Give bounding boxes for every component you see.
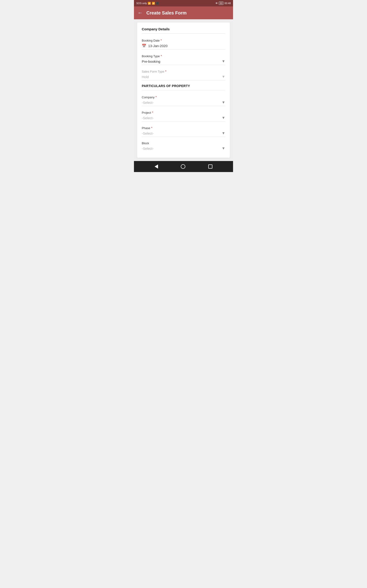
company-arrow-icon: ▼ xyxy=(222,100,225,104)
booking-date-label: Booking Date * xyxy=(142,39,225,42)
booking-date-required: * xyxy=(161,39,162,42)
project-placeholder: -Select- xyxy=(142,116,154,120)
sales-form-type-arrow-icon: ▼ xyxy=(222,75,225,79)
app-bar: ← Create Sales Form xyxy=(134,6,233,19)
eye-icon: 👁 xyxy=(215,2,218,5)
section-property-details: PARTICULARS OF PROPERTY xyxy=(142,84,225,90)
back-triangle-icon xyxy=(155,164,158,169)
back-nav-button[interactable] xyxy=(155,164,158,169)
sos-text: SOS only xyxy=(136,2,147,5)
company-field[interactable]: Company * -Select- ▼ xyxy=(142,92,225,106)
phase-arrow-icon: ▼ xyxy=(222,131,225,135)
company-required: * xyxy=(156,95,157,99)
sales-form-type-dropdown[interactable]: Hold ▼ xyxy=(142,75,225,79)
sales-form-type-value: Hold xyxy=(142,75,149,79)
booking-type-label: Booking Type * xyxy=(142,54,225,58)
form-card: Company Details Booking Date * 📅 13-Jan-… xyxy=(137,23,230,158)
block-field[interactable]: Block -Select- ▼ xyxy=(142,138,225,152)
phase-placeholder: -Select- xyxy=(142,131,154,135)
booking-type-arrow-icon: ▼ xyxy=(222,59,225,63)
home-nav-button[interactable] xyxy=(181,164,185,169)
company-dropdown[interactable]: -Select- ▼ xyxy=(142,100,225,104)
phase-dropdown[interactable]: -Select- ▼ xyxy=(142,131,225,135)
status-left: SOS only 📶 📶 ⬛ xyxy=(136,2,159,5)
time-display: 00:48 xyxy=(224,2,231,5)
block-label: Block xyxy=(142,141,225,145)
recent-nav-button[interactable] xyxy=(208,164,212,169)
page-title: Create Sales Form xyxy=(146,10,187,16)
back-button[interactable]: ← xyxy=(138,10,143,16)
project-field[interactable]: Project * -Select- ▼ xyxy=(142,107,225,121)
project-dropdown[interactable]: -Select- ▼ xyxy=(142,116,225,120)
sales-form-type-field[interactable]: Sales Form Type * Hold ▼ xyxy=(142,66,225,80)
wifi-icon: 📶 xyxy=(152,2,155,5)
booking-date-field[interactable]: Booking Date * 📅 13-Jan-2020 xyxy=(142,35,225,50)
company-label: Company * xyxy=(142,95,225,99)
status-right: 👁 60 00:48 xyxy=(215,2,231,5)
section-company-details: Company Details xyxy=(142,27,225,34)
recent-square-icon xyxy=(208,164,212,169)
status-bar: SOS only 📶 📶 ⬛ 👁 60 00:48 xyxy=(134,0,233,6)
battery-icon: 60 xyxy=(219,2,223,5)
booking-date-value: 📅 13-Jan-2020 xyxy=(142,44,225,48)
phase-required: * xyxy=(151,126,152,130)
form-content: Company Details Booking Date * 📅 13-Jan-… xyxy=(134,19,233,161)
booking-type-required: * xyxy=(161,54,162,58)
block-arrow-icon: ▼ xyxy=(222,146,225,150)
sales-form-type-required: * xyxy=(165,69,166,73)
booking-type-value: Pre-booking xyxy=(142,60,160,63)
nav-bar xyxy=(134,161,233,172)
phase-field[interactable]: Phase * -Select- ▼ xyxy=(142,123,225,137)
company-placeholder: -Select- xyxy=(142,101,154,104)
phase-label: Phase * xyxy=(142,126,225,130)
booking-type-dropdown[interactable]: Pre-booking ▼ xyxy=(142,59,225,63)
sim2-icon: ⬛ xyxy=(156,2,159,5)
sim-icon: 📶 xyxy=(148,2,151,5)
project-label: Project * xyxy=(142,111,225,114)
calendar-icon: 📅 xyxy=(142,44,146,48)
booking-type-field[interactable]: Booking Type * Pre-booking ▼ xyxy=(142,51,225,65)
project-required: * xyxy=(152,111,153,114)
sales-form-type-label: Sales Form Type * xyxy=(142,69,225,73)
block-placeholder: -Select- xyxy=(142,147,154,150)
block-dropdown[interactable]: -Select- ▼ xyxy=(142,146,225,150)
home-circle-icon xyxy=(181,164,185,169)
project-arrow-icon: ▼ xyxy=(222,116,225,120)
